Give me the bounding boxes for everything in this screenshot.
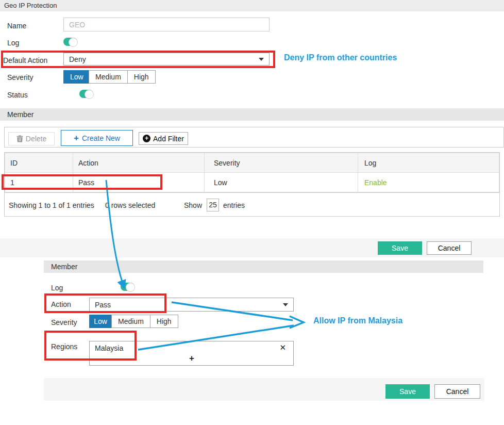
column-header-log: Log [358,153,499,173]
rows-selected-text: 0 rows selected [105,201,155,209]
regions-label: Regions [51,342,77,351]
table-pagination: Showing 1 to 1 of 1 entries 0 rows selec… [5,192,499,217]
chevron-down-icon [259,58,264,61]
chevron-down-icon [283,303,288,306]
log-label: Log [7,39,19,47]
editor-log-label: Log [51,284,63,292]
log-toggle[interactable] [63,38,77,46]
status-toggle[interactable] [79,90,93,98]
cell-id: 1 [5,173,73,192]
name-label: Name [7,22,26,30]
default-action-label: Default Action [3,56,47,64]
column-header-severity: Severity [205,153,358,173]
editor-severity-option-medium[interactable]: Medium [111,315,150,328]
editor-severity-label: Severity [51,318,77,326]
column-header-id: ID [5,153,73,173]
cell-severity: Low [205,173,358,192]
page-size-input[interactable]: 25 [207,199,219,211]
add-filter-button[interactable]: + Add Filter [139,132,188,145]
name-input[interactable] [63,18,270,31]
severity-group: Low Medium High [63,70,156,84]
default-action-dropdown[interactable]: Deny [63,53,270,66]
deny-annotation: Deny IP from other countries [284,53,397,62]
geo-ip-protection-screen: Geo IP Protection Name Log Default Actio… [0,0,504,425]
add-region-icon[interactable]: + [189,353,194,364]
cancel-button[interactable]: Cancel [427,241,472,255]
severity-option-medium[interactable]: Medium [89,70,128,84]
severity-label: Severity [7,73,33,81]
plus-icon: + [74,134,79,142]
entries-label: entries [223,201,245,209]
cell-log: Enable [358,173,499,192]
plus-circle-icon: + [143,135,150,142]
member-editor-title: Member [44,260,483,273]
save-button[interactable]: Save [378,241,422,255]
table-header-row: ID Action Severity Log [5,153,499,173]
delete-button-label: Delete [26,135,46,143]
remove-region-icon[interactable]: ✕ [279,343,286,352]
default-action-value: Deny [69,55,259,63]
arrowhead-chevron [290,316,304,328]
create-new-button[interactable]: + Create New [61,130,133,146]
allow-annotation: Allow IP from Malaysia [313,316,402,325]
severity-option-high[interactable]: High [127,70,156,84]
member-table: ID Action Severity Log 1 Pass Low Enable… [4,152,500,217]
delete-button[interactable]: Delete [8,132,55,145]
trash-icon [16,135,23,142]
page-title: Geo IP Protection [0,0,504,11]
editor-severity-option-low[interactable]: Low [89,315,112,328]
region-value: Malaysia [95,344,123,352]
severity-option-low[interactable]: Low [63,70,89,84]
status-label: Status [7,91,28,99]
add-filter-button-label: Add Filter [153,135,184,143]
member-toolbar: Delete + Create New + Add Filter [4,127,504,148]
action-dropdown[interactable]: Pass [89,298,294,312]
editor-severity-option-high[interactable]: High [150,315,178,328]
member-section-title: Member [0,108,504,121]
editor-cancel-button[interactable]: Cancel [434,384,480,399]
cell-action: Pass [73,173,205,192]
editor-save-button[interactable]: Save [385,384,430,399]
editor-log-toggle[interactable] [121,283,135,291]
showing-entries-text: Showing 1 to 1 of 1 entries [9,201,94,209]
table-row[interactable]: 1 Pass Low Enable [5,173,499,192]
column-header-action: Action [73,153,205,173]
create-new-button-label: Create New [82,134,120,142]
show-label: Show [184,201,202,209]
regions-field[interactable]: Malaysia ✕ + [89,341,294,366]
editor-severity-group: Low Medium High [89,315,178,328]
editor-action-label: Action [51,300,71,308]
action-value: Pass [95,301,283,309]
